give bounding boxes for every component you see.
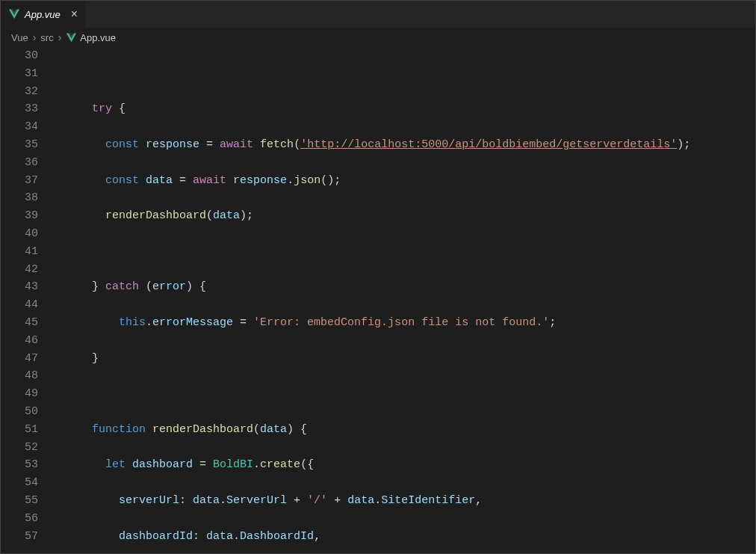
breadcrumb-file[interactable]: App.vue (66, 32, 116, 43)
breadcrumb-seg[interactable]: src (40, 32, 53, 43)
vue-icon (66, 32, 77, 43)
breadcrumb-file-label: App.vue (80, 32, 116, 43)
code-content[interactable]: try { const response = await fetch('http… (52, 47, 755, 553)
tab-label: App.vue (25, 9, 61, 20)
line-number-gutter: 3031323334353637383940414243444546474849… (1, 47, 52, 553)
chevron-right-icon: › (57, 31, 63, 43)
tab-app-vue[interactable]: App.vue × (1, 1, 86, 28)
chevron-right-icon: › (31, 31, 38, 43)
close-icon[interactable]: × (71, 7, 78, 21)
breadcrumb-seg[interactable]: Vue (11, 32, 28, 43)
vue-icon (8, 8, 20, 20)
code-editor[interactable]: 3031323334353637383940414243444546474849… (1, 47, 755, 553)
breadcrumb: Vue › src › App.vue (1, 28, 755, 47)
tab-bar: App.vue × (1, 1, 755, 28)
